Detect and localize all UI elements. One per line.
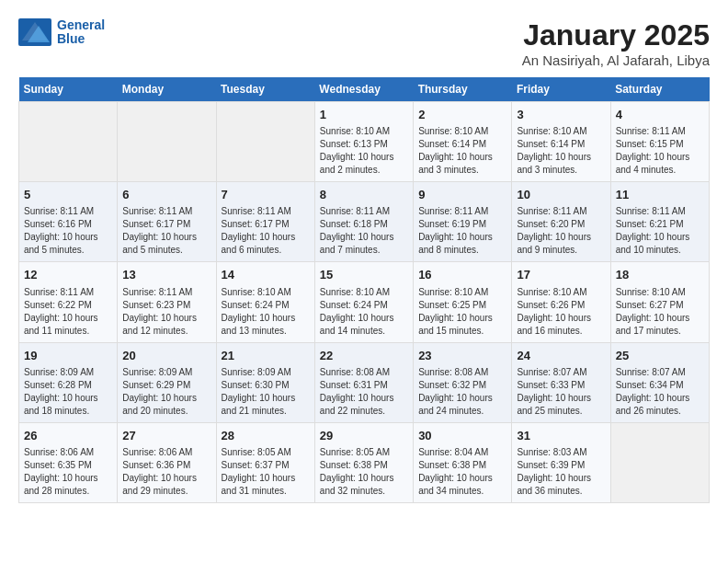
day-number: 19 <box>24 348 112 364</box>
calendar-cell: 15Sunrise: 8:10 AM Sunset: 6:24 PM Dayli… <box>314 262 413 342</box>
day-info: Sunrise: 8:09 AM Sunset: 6:30 PM Dayligh… <box>222 366 310 418</box>
logo-line2: Blue <box>57 32 105 46</box>
calendar-cell: 16Sunrise: 8:10 AM Sunset: 6:25 PM Dayli… <box>414 262 512 342</box>
calendar-cell: 8Sunrise: 8:11 AM Sunset: 6:18 PM Daylig… <box>314 182 413 262</box>
calendar-cell: 1Sunrise: 8:10 AM Sunset: 6:13 PM Daylig… <box>314 102 413 182</box>
day-info: Sunrise: 8:08 AM Sunset: 6:31 PM Dayligh… <box>320 366 408 418</box>
day-info: Sunrise: 8:10 AM Sunset: 6:26 PM Dayligh… <box>517 286 605 338</box>
day-number: 6 <box>122 187 210 203</box>
day-info: Sunrise: 8:09 AM Sunset: 6:28 PM Dayligh… <box>24 366 112 418</box>
day-number: 23 <box>418 348 506 364</box>
calendar-cell: 26Sunrise: 8:06 AM Sunset: 6:35 PM Dayli… <box>19 422 118 502</box>
day-info: Sunrise: 8:05 AM Sunset: 6:38 PM Dayligh… <box>320 446 408 498</box>
day-info: Sunrise: 8:04 AM Sunset: 6:38 PM Dayligh… <box>418 446 506 498</box>
day-info: Sunrise: 8:11 AM Sunset: 6:20 PM Dayligh… <box>517 205 605 257</box>
day-number: 3 <box>517 107 605 123</box>
header-tuesday: Tuesday <box>216 77 314 102</box>
day-info: Sunrise: 8:06 AM Sunset: 6:35 PM Dayligh… <box>24 446 112 498</box>
logo-line1: General <box>57 18 105 32</box>
calendar-week-5: 26Sunrise: 8:06 AM Sunset: 6:35 PM Dayli… <box>19 422 710 502</box>
day-info: Sunrise: 8:08 AM Sunset: 6:32 PM Dayligh… <box>418 366 506 418</box>
day-number: 18 <box>616 267 704 283</box>
header-wednesday: Wednesday <box>314 77 413 102</box>
day-info: Sunrise: 8:10 AM Sunset: 6:24 PM Dayligh… <box>320 286 408 338</box>
day-number: 10 <box>517 187 605 203</box>
day-info: Sunrise: 8:10 AM Sunset: 6:14 PM Dayligh… <box>418 125 506 177</box>
calendar-cell: 23Sunrise: 8:08 AM Sunset: 6:32 PM Dayli… <box>414 342 512 422</box>
day-info: Sunrise: 8:11 AM Sunset: 6:21 PM Dayligh… <box>616 205 704 257</box>
calendar-cell: 25Sunrise: 8:07 AM Sunset: 6:34 PM Dayli… <box>610 342 709 422</box>
calendar-cell: 7Sunrise: 8:11 AM Sunset: 6:17 PM Daylig… <box>216 182 314 262</box>
calendar-cell: 22Sunrise: 8:08 AM Sunset: 6:31 PM Dayli… <box>314 342 413 422</box>
calendar-cell: 11Sunrise: 8:11 AM Sunset: 6:21 PM Dayli… <box>610 182 709 262</box>
calendar-title: January 2025 <box>522 18 710 52</box>
day-number: 16 <box>418 267 506 283</box>
day-number: 14 <box>222 267 310 283</box>
calendar-cell <box>610 422 709 502</box>
calendar-cell: 29Sunrise: 8:05 AM Sunset: 6:38 PM Dayli… <box>314 422 413 502</box>
day-number: 13 <box>122 267 210 283</box>
calendar-cell <box>118 102 216 182</box>
header-monday: Monday <box>118 77 216 102</box>
day-info: Sunrise: 8:06 AM Sunset: 6:36 PM Dayligh… <box>122 446 210 498</box>
calendar-cell: 12Sunrise: 8:11 AM Sunset: 6:22 PM Dayli… <box>19 262 118 342</box>
day-number: 12 <box>24 267 112 283</box>
title-block: January 2025 An Nasiriyah, Al Jafarah, L… <box>522 18 710 68</box>
day-number: 11 <box>616 187 704 203</box>
calendar-cell: 20Sunrise: 8:09 AM Sunset: 6:29 PM Dayli… <box>118 342 216 422</box>
day-number: 22 <box>320 348 408 364</box>
day-number: 1 <box>320 107 408 123</box>
calendar-cell: 24Sunrise: 8:07 AM Sunset: 6:33 PM Dayli… <box>512 342 610 422</box>
calendar-cell: 17Sunrise: 8:10 AM Sunset: 6:26 PM Dayli… <box>512 262 610 342</box>
calendar-cell: 2Sunrise: 8:10 AM Sunset: 6:14 PM Daylig… <box>414 102 512 182</box>
calendar-cell: 13Sunrise: 8:11 AM Sunset: 6:23 PM Dayli… <box>118 262 216 342</box>
day-number: 17 <box>517 267 605 283</box>
day-number: 25 <box>616 348 704 364</box>
day-info: Sunrise: 8:11 AM Sunset: 6:16 PM Dayligh… <box>24 205 112 257</box>
day-info: Sunrise: 8:03 AM Sunset: 6:39 PM Dayligh… <box>517 446 605 498</box>
calendar-cell: 10Sunrise: 8:11 AM Sunset: 6:20 PM Dayli… <box>512 182 610 262</box>
day-info: Sunrise: 8:10 AM Sunset: 6:14 PM Dayligh… <box>517 125 605 177</box>
day-number: 30 <box>418 428 506 444</box>
day-number: 9 <box>418 187 506 203</box>
day-info: Sunrise: 8:07 AM Sunset: 6:34 PM Dayligh… <box>616 366 704 418</box>
calendar-cell: 31Sunrise: 8:03 AM Sunset: 6:39 PM Dayli… <box>512 422 610 502</box>
logo: General Blue <box>18 18 105 47</box>
calendar-week-3: 12Sunrise: 8:11 AM Sunset: 6:22 PM Dayli… <box>19 262 710 342</box>
calendar-week-4: 19Sunrise: 8:09 AM Sunset: 6:28 PM Dayli… <box>19 342 710 422</box>
day-number: 4 <box>616 107 704 123</box>
day-number: 8 <box>320 187 408 203</box>
calendar-cell: 9Sunrise: 8:11 AM Sunset: 6:19 PM Daylig… <box>414 182 512 262</box>
day-number: 5 <box>24 187 112 203</box>
day-info: Sunrise: 8:10 AM Sunset: 6:24 PM Dayligh… <box>222 286 310 338</box>
day-info: Sunrise: 8:11 AM Sunset: 6:22 PM Dayligh… <box>24 286 112 338</box>
day-info: Sunrise: 8:10 AM Sunset: 6:27 PM Dayligh… <box>616 286 704 338</box>
calendar-cell: 14Sunrise: 8:10 AM Sunset: 6:24 PM Dayli… <box>216 262 314 342</box>
day-number: 28 <box>222 428 310 444</box>
day-info: Sunrise: 8:11 AM Sunset: 6:17 PM Dayligh… <box>122 205 210 257</box>
calendar-cell: 6Sunrise: 8:11 AM Sunset: 6:17 PM Daylig… <box>118 182 216 262</box>
day-number: 15 <box>320 267 408 283</box>
calendar-cell: 27Sunrise: 8:06 AM Sunset: 6:36 PM Dayli… <box>118 422 216 502</box>
calendar-week-1: 1Sunrise: 8:10 AM Sunset: 6:13 PM Daylig… <box>19 102 710 182</box>
logo-icon <box>18 18 51 46</box>
day-number: 24 <box>517 348 605 364</box>
logo-text: General Blue <box>57 18 105 47</box>
day-info: Sunrise: 8:10 AM Sunset: 6:13 PM Dayligh… <box>320 125 408 177</box>
calendar-cell: 3Sunrise: 8:10 AM Sunset: 6:14 PM Daylig… <box>512 102 610 182</box>
calendar-cell: 18Sunrise: 8:10 AM Sunset: 6:27 PM Dayli… <box>610 262 709 342</box>
day-number: 21 <box>222 348 310 364</box>
day-info: Sunrise: 8:11 AM Sunset: 6:15 PM Dayligh… <box>616 125 704 177</box>
calendar-subtitle: An Nasiriyah, Al Jafarah, Libya <box>522 52 710 68</box>
calendar-week-2: 5Sunrise: 8:11 AM Sunset: 6:16 PM Daylig… <box>19 182 710 262</box>
calendar-cell <box>19 102 118 182</box>
header-thursday: Thursday <box>414 77 512 102</box>
calendar-cell <box>216 102 314 182</box>
day-info: Sunrise: 8:11 AM Sunset: 6:19 PM Dayligh… <box>418 205 506 257</box>
calendar-cell: 30Sunrise: 8:04 AM Sunset: 6:38 PM Dayli… <box>414 422 512 502</box>
calendar-cell: 4Sunrise: 8:11 AM Sunset: 6:15 PM Daylig… <box>610 102 709 182</box>
day-number: 26 <box>24 428 112 444</box>
day-info: Sunrise: 8:05 AM Sunset: 6:37 PM Dayligh… <box>222 446 310 498</box>
header-saturday: Saturday <box>610 77 709 102</box>
day-number: 27 <box>122 428 210 444</box>
